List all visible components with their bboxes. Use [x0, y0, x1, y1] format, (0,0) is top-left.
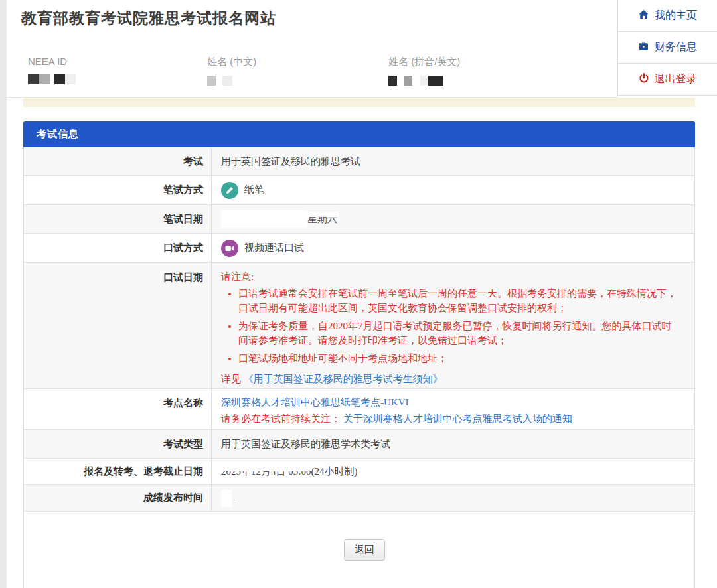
menu-item-label: 我的主页	[655, 9, 697, 23]
highlight-strip	[23, 98, 695, 107]
site-header: 教育部教育考试院雅思考试报名网站 NEEA ID 姓名 (中文) 姓名 (拼音/…	[7, 0, 617, 98]
row-label: 笔试日期	[24, 205, 212, 233]
row-value: 请注意: 口语考试通常会安排在笔试前一周至笔试后一周的任意一天。根据考务安排的需…	[212, 263, 694, 388]
field-neea-id: NEEA ID	[28, 56, 76, 84]
table-row-deadline: 报名及转考、退考截止日期 2025年12月4日 05:00 (24小时制)	[24, 459, 694, 485]
table-row-exam: 考试 用于英国签证及移民的雅思考试	[24, 147, 694, 176]
panel-title: 考试信息	[23, 121, 695, 147]
briefcase-icon	[638, 41, 649, 54]
page-title: 教育部教育考试院雅思考试报名网站	[21, 8, 276, 29]
power-icon	[639, 73, 649, 86]
candidate-notes-link[interactable]: 《用于英国签证及移民的雅思考试考生须知》	[244, 374, 443, 384]
pencil-icon	[221, 182, 238, 199]
table-row-speaking-date: 口试日期 请注意: 口语考试通常会安排在笔试前一周至笔试后一周的任意一天。根据考…	[24, 263, 694, 389]
menu-item-my-home[interactable]: 我的主页	[617, 0, 717, 32]
back-button[interactable]: 返回	[344, 539, 385, 561]
row-value: .	[212, 485, 694, 511]
row-label: 成绩发布时间	[24, 485, 212, 511]
row-label: 考试类型	[24, 430, 212, 458]
exam-info-table: 考试 用于英国签证及移民的雅思考试 笔试方式 纸笔 笔试日期 星期六	[23, 147, 695, 512]
exam-info-panel: 考试信息 考试 用于英国签证及移民的雅思考试 笔试方式 纸笔 笔试日期 星期六	[23, 121, 695, 588]
row-value: 视频通话口试	[212, 234, 694, 262]
table-row-written-date: 笔试日期 星期六	[24, 205, 694, 234]
deadline-format-text: (24小时制)	[311, 465, 357, 478]
menu-item-finance-info[interactable]: 财务信息	[617, 32, 717, 64]
redacted-value	[207, 76, 256, 86]
row-label: 口试方式	[24, 234, 212, 262]
row-value: 纸笔	[212, 176, 694, 204]
redacted-value	[221, 210, 307, 228]
redacted-value	[221, 490, 232, 507]
deadline-date-text: 2025年12月4日 05:00	[221, 465, 311, 478]
field-label: 姓名 (中文)	[207, 56, 256, 68]
table-row-speaking-mode: 口试方式 视频通话口试	[24, 234, 694, 263]
notice-bullet: 口笔试场地和地址可能不同于考点场地和地址；	[238, 351, 681, 366]
see-also-prefix: 详见	[221, 374, 241, 384]
redaction-artifact: .	[233, 493, 235, 503]
row-label: 笔试方式	[24, 176, 212, 204]
field-name-chinese: 姓名 (中文)	[207, 56, 256, 86]
written-date-text: 星期六	[307, 213, 337, 226]
table-row-written-mode: 笔试方式 纸笔	[24, 176, 694, 205]
page: 教育部教育考试院雅思考试报名网站 NEEA ID 姓名 (中文) 姓名 (拼音/…	[0, 0, 717, 588]
video-camera-icon	[221, 240, 238, 257]
page-edge-strip	[0, 0, 7, 588]
row-label: 报名及转考、退考截止日期	[24, 459, 212, 484]
row-value: 星期六	[212, 205, 694, 233]
field-label: 姓名 (拼音/英文)	[388, 56, 460, 68]
user-menu: 我的主页 财务信息 退出登录	[617, 0, 717, 96]
redacted-value	[388, 76, 460, 86]
field-label: NEEA ID	[28, 56, 76, 67]
row-label: 考点名称	[24, 389, 212, 429]
notice-title: 请注意:	[221, 269, 681, 285]
field-name-pinyin: 姓名 (拼音/英文)	[388, 56, 460, 86]
venue-entry-notice-link[interactable]: 关于深圳赛格人才培训中心考点雅思考试入场的通知	[343, 413, 572, 424]
table-row-venue: 考点名称 深圳赛格人才培训中心雅思纸笔考点-UKVI 请务必在考试前持续关注： …	[24, 389, 694, 430]
row-label: 口试日期	[24, 263, 212, 388]
notice-bullet: 口语考试通常会安排在笔试前一周至笔试后一周的任意一天。根据考务安排的需要，在特殊…	[238, 286, 681, 316]
row-value: 用于英国签证及移民的雅思学术类考试	[212, 430, 694, 458]
panel-footer: 返回	[23, 512, 695, 588]
written-mode-text: 纸笔	[244, 184, 264, 196]
row-value: 深圳赛格人才培训中心雅思纸笔考点-UKVI 请务必在考试前持续关注： 关于深圳赛…	[212, 389, 694, 429]
speaking-mode-text: 视频通话口试	[244, 242, 304, 254]
table-row-score-release: 成绩发布时间 .	[24, 485, 694, 512]
menu-item-label: 财务信息	[655, 40, 697, 54]
row-label: 考试	[24, 147, 212, 175]
redacted-value	[28, 74, 76, 84]
menu-item-logout[interactable]: 退出登录	[617, 64, 717, 96]
row-value: 2025年12月4日 05:00 (24小时制)	[212, 459, 694, 484]
menu-item-label: 退出登录	[655, 72, 697, 86]
notice-list: 口语考试通常会安排在笔试前一周至笔试后一周的任意一天。根据考务安排的需要，在特殊…	[221, 286, 681, 366]
venue-link[interactable]: 深圳赛格人才培训中心雅思纸笔考点-UKVI	[221, 397, 409, 407]
venue-warning-prefix: 请务必在考试前持续关注：	[221, 413, 341, 424]
row-value: 用于英国签证及移民的雅思考试	[212, 147, 694, 175]
table-row-exam-type: 考试类型 用于英国签证及移民的雅思学术类考试	[24, 430, 694, 459]
see-also-line: 详见 《用于英国签证及移民的雅思考试考生须知》	[221, 372, 681, 387]
notice-bullet: 为保证考务质量，自2020年7月起口语考试预定服务已暂停，恢复时间将另行通知。您…	[238, 319, 681, 348]
home-icon	[638, 9, 649, 23]
